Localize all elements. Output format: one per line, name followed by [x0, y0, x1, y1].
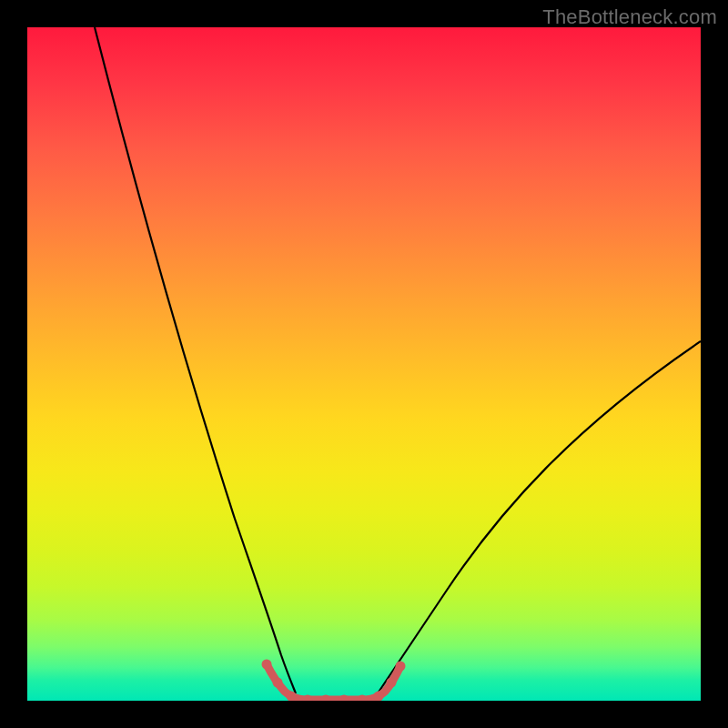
svg-point-1 — [273, 678, 283, 688]
svg-point-2 — [287, 692, 297, 702]
svg-point-8 — [387, 678, 397, 688]
svg-point-4 — [321, 695, 331, 702]
svg-point-6 — [358, 695, 368, 702]
svg-point-7 — [374, 692, 384, 702]
svg-point-9 — [396, 662, 406, 672]
chart-frame: TheBottleneck.com — [0, 0, 728, 728]
svg-point-0 — [262, 660, 272, 670]
curve-left-branch — [95, 27, 296, 693]
curve-right-branch — [378, 341, 701, 693]
plot-area — [27, 27, 701, 701]
bottleneck-curve — [27, 27, 701, 701]
svg-point-5 — [339, 695, 349, 702]
watermark-text: TheBottleneck.com — [542, 5, 717, 29]
